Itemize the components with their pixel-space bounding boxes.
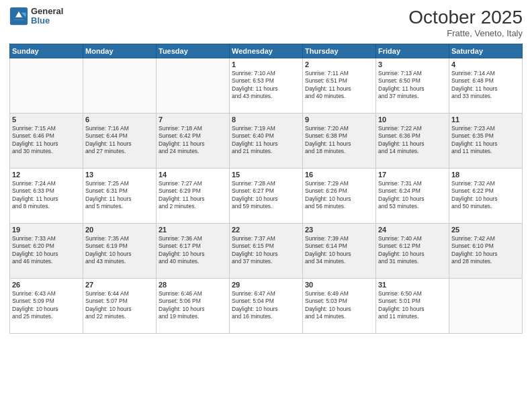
day-number: 18 xyxy=(451,171,520,179)
day-cell: 8Sunrise: 7:19 AM Sunset: 6:40 PM Daylig… xyxy=(230,113,303,169)
day-cell: 15Sunrise: 7:28 AM Sunset: 6:27 PM Dayli… xyxy=(230,169,303,224)
day-info: Sunrise: 7:27 AM Sunset: 6:29 PM Dayligh… xyxy=(159,180,227,211)
day-number: 17 xyxy=(378,171,447,179)
header: General Blue October 2025 Fratte, Veneto… xyxy=(9,7,523,38)
day-number: 10 xyxy=(378,116,447,124)
day-cell: 6Sunrise: 7:16 AM Sunset: 6:44 PM Daylig… xyxy=(83,113,157,169)
header-row: SundayMondayTuesdayWednesdayThursdayFrid… xyxy=(10,44,523,58)
day-number: 22 xyxy=(232,226,300,234)
day-number: 23 xyxy=(305,226,373,234)
location: Fratte, Veneto, Italy xyxy=(408,28,523,38)
logo-icon xyxy=(9,7,28,26)
day-info: Sunrise: 7:33 AM Sunset: 6:20 PM Dayligh… xyxy=(12,235,81,266)
day-cell: 5Sunrise: 7:15 AM Sunset: 6:46 PM Daylig… xyxy=(10,113,83,169)
day-info: Sunrise: 7:31 AM Sunset: 6:24 PM Dayligh… xyxy=(378,180,447,211)
day-info: Sunrise: 7:10 AM Sunset: 6:53 PM Dayligh… xyxy=(232,70,300,101)
day-number: 13 xyxy=(85,171,154,179)
day-number: 12 xyxy=(12,171,81,179)
day-number: 16 xyxy=(305,171,373,179)
day-info: Sunrise: 7:37 AM Sunset: 6:15 PM Dayligh… xyxy=(232,235,300,266)
day-info: Sunrise: 6:50 AM Sunset: 5:01 PM Dayligh… xyxy=(378,290,447,321)
day-cell: 19Sunrise: 7:33 AM Sunset: 6:20 PM Dayli… xyxy=(10,224,83,279)
month-title: October 2025 xyxy=(408,7,523,28)
day-cell: 9Sunrise: 7:20 AM Sunset: 6:38 PM Daylig… xyxy=(303,113,376,169)
day-info: Sunrise: 6:47 AM Sunset: 5:04 PM Dayligh… xyxy=(232,290,300,321)
day-cell xyxy=(449,279,523,334)
day-info: Sunrise: 7:25 AM Sunset: 6:31 PM Dayligh… xyxy=(85,180,154,211)
day-info: Sunrise: 6:44 AM Sunset: 5:07 PM Dayligh… xyxy=(85,290,154,321)
day-number: 31 xyxy=(378,281,447,289)
day-cell: 18Sunrise: 7:32 AM Sunset: 6:22 PM Dayli… xyxy=(449,169,523,224)
day-info: Sunrise: 7:13 AM Sunset: 6:50 PM Dayligh… xyxy=(378,70,447,101)
day-number: 4 xyxy=(451,60,520,68)
week-row-2: 5Sunrise: 7:15 AM Sunset: 6:46 PM Daylig… xyxy=(10,113,523,169)
day-info: Sunrise: 7:23 AM Sunset: 6:35 PM Dayligh… xyxy=(451,125,520,156)
col-header-tuesday: Tuesday xyxy=(157,44,230,58)
day-cell: 1Sunrise: 7:10 AM Sunset: 6:53 PM Daylig… xyxy=(230,58,303,113)
day-info: Sunrise: 7:40 AM Sunset: 6:12 PM Dayligh… xyxy=(378,235,447,266)
day-info: Sunrise: 7:39 AM Sunset: 6:14 PM Dayligh… xyxy=(305,235,373,266)
day-info: Sunrise: 7:42 AM Sunset: 6:10 PM Dayligh… xyxy=(451,235,520,266)
page-container: General Blue October 2025 Fratte, Veneto… xyxy=(0,0,532,411)
day-number: 14 xyxy=(159,171,227,179)
day-info: Sunrise: 7:29 AM Sunset: 6:26 PM Dayligh… xyxy=(305,180,373,211)
day-cell: 20Sunrise: 7:35 AM Sunset: 6:19 PM Dayli… xyxy=(83,224,157,279)
day-cell: 4Sunrise: 7:14 AM Sunset: 6:48 PM Daylig… xyxy=(449,58,523,113)
day-number: 3 xyxy=(378,60,447,68)
day-info: Sunrise: 7:15 AM Sunset: 6:46 PM Dayligh… xyxy=(12,125,81,156)
day-number: 11 xyxy=(451,116,520,124)
day-info: Sunrise: 7:22 AM Sunset: 6:36 PM Dayligh… xyxy=(378,125,447,156)
col-header-thursday: Thursday xyxy=(303,44,376,58)
day-info: Sunrise: 6:43 AM Sunset: 5:09 PM Dayligh… xyxy=(12,290,81,321)
day-cell xyxy=(157,58,230,113)
day-cell: 13Sunrise: 7:25 AM Sunset: 6:31 PM Dayli… xyxy=(83,169,157,224)
day-info: Sunrise: 7:35 AM Sunset: 6:19 PM Dayligh… xyxy=(85,235,154,266)
day-number: 28 xyxy=(159,281,227,289)
calendar-table: SundayMondayTuesdayWednesdayThursdayFrid… xyxy=(9,44,523,334)
day-number: 2 xyxy=(305,60,373,68)
day-number: 24 xyxy=(378,226,447,234)
day-number: 21 xyxy=(159,226,227,234)
day-cell: 31Sunrise: 6:50 AM Sunset: 5:01 PM Dayli… xyxy=(376,279,449,334)
day-cell: 7Sunrise: 7:18 AM Sunset: 6:42 PM Daylig… xyxy=(157,113,230,169)
day-cell: 26Sunrise: 6:43 AM Sunset: 5:09 PM Dayli… xyxy=(10,279,83,334)
week-row-3: 12Sunrise: 7:24 AM Sunset: 6:33 PM Dayli… xyxy=(10,169,523,224)
logo-text: General Blue xyxy=(31,7,63,26)
day-cell: 17Sunrise: 7:31 AM Sunset: 6:24 PM Dayli… xyxy=(376,169,449,224)
col-header-wednesday: Wednesday xyxy=(230,44,303,58)
day-info: Sunrise: 7:36 AM Sunset: 6:17 PM Dayligh… xyxy=(159,235,227,266)
day-cell: 30Sunrise: 6:49 AM Sunset: 5:03 PM Dayli… xyxy=(303,279,376,334)
week-row-5: 26Sunrise: 6:43 AM Sunset: 5:09 PM Dayli… xyxy=(10,279,523,334)
day-number: 27 xyxy=(85,281,154,289)
day-cell: 3Sunrise: 7:13 AM Sunset: 6:50 PM Daylig… xyxy=(376,58,449,113)
col-header-saturday: Saturday xyxy=(449,44,523,58)
day-cell: 21Sunrise: 7:36 AM Sunset: 6:17 PM Dayli… xyxy=(157,224,230,279)
day-info: Sunrise: 7:14 AM Sunset: 6:48 PM Dayligh… xyxy=(451,70,520,101)
col-header-friday: Friday xyxy=(376,44,449,58)
day-cell: 14Sunrise: 7:27 AM Sunset: 6:29 PM Dayli… xyxy=(157,169,230,224)
day-info: Sunrise: 6:49 AM Sunset: 5:03 PM Dayligh… xyxy=(305,290,373,321)
day-info: Sunrise: 7:16 AM Sunset: 6:44 PM Dayligh… xyxy=(85,125,154,156)
day-cell xyxy=(10,58,83,113)
day-cell: 25Sunrise: 7:42 AM Sunset: 6:10 PM Dayli… xyxy=(449,224,523,279)
day-cell: 24Sunrise: 7:40 AM Sunset: 6:12 PM Dayli… xyxy=(376,224,449,279)
day-cell: 27Sunrise: 6:44 AM Sunset: 5:07 PM Dayli… xyxy=(83,279,157,334)
day-number: 20 xyxy=(85,226,154,234)
day-number: 19 xyxy=(12,226,81,234)
day-cell: 22Sunrise: 7:37 AM Sunset: 6:15 PM Dayli… xyxy=(230,224,303,279)
day-cell: 12Sunrise: 7:24 AM Sunset: 6:33 PM Dayli… xyxy=(10,169,83,224)
svg-rect-2 xyxy=(14,17,24,20)
day-number: 1 xyxy=(232,60,300,68)
day-info: Sunrise: 7:24 AM Sunset: 6:33 PM Dayligh… xyxy=(12,180,81,211)
logo-general-text: General xyxy=(31,7,63,16)
day-number: 29 xyxy=(232,281,300,289)
day-info: Sunrise: 7:32 AM Sunset: 6:22 PM Dayligh… xyxy=(451,180,520,211)
day-number: 7 xyxy=(159,116,227,124)
day-info: Sunrise: 7:28 AM Sunset: 6:27 PM Dayligh… xyxy=(232,180,300,211)
logo-blue-text: Blue xyxy=(31,16,63,26)
day-number: 30 xyxy=(305,281,373,289)
day-cell: 11Sunrise: 7:23 AM Sunset: 6:35 PM Dayli… xyxy=(449,113,523,169)
day-number: 26 xyxy=(12,281,81,289)
logo: General Blue xyxy=(9,7,63,26)
week-row-4: 19Sunrise: 7:33 AM Sunset: 6:20 PM Dayli… xyxy=(10,224,523,279)
